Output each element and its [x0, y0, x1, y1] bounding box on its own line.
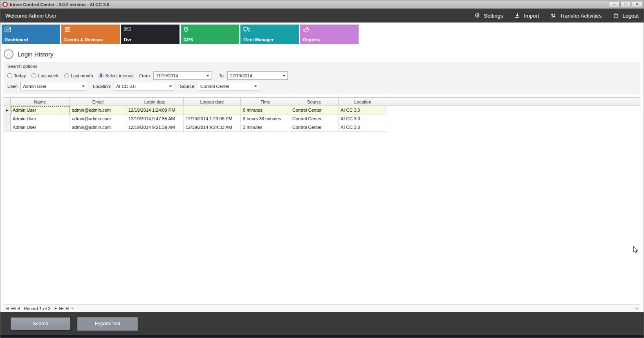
- chevron-down-icon[interactable]: [204, 72, 211, 79]
- table-row[interactable]: ▶ Admin User admin@admin.com 12/19/2014 …: [4, 106, 640, 115]
- import-button[interactable]: Import: [514, 12, 539, 19]
- cell-login-date[interactable]: 12/19/2014 9:47:55 AM: [126, 115, 184, 123]
- column-header-time[interactable]: Time: [241, 98, 290, 106]
- scroll-left-icon[interactable]: ◀: [71, 306, 73, 310]
- cell-email[interactable]: admin@admin.com: [70, 115, 126, 123]
- app-window: Idrive Control Center - 3.0.2 version - …: [0, 0, 644, 338]
- from-date-combo[interactable]: 11/19/2014: [153, 71, 211, 80]
- transfer-activities-label: Transfer Activities: [560, 13, 601, 19]
- export-print-button[interactable]: Export/Print: [77, 317, 138, 331]
- transfer-activities-button[interactable]: Transfer Activities: [550, 12, 601, 19]
- first-record-button[interactable]: |◀: [6, 306, 8, 310]
- radio-last-month-input[interactable]: [64, 73, 69, 78]
- radio-today-input[interactable]: [7, 73, 12, 78]
- column-header-login-date[interactable]: Login date: [126, 98, 184, 106]
- grid-header: Name Email Login date Logout date Time S…: [4, 98, 640, 106]
- column-header-email[interactable]: Email: [70, 98, 126, 106]
- tile-label: Dvr: [124, 37, 177, 42]
- chevron-down-icon[interactable]: [80, 82, 87, 90]
- cell-email[interactable]: admin@admin.com: [70, 123, 126, 132]
- radio-last-month[interactable]: Last month: [64, 73, 93, 78]
- cell-location[interactable]: AI CC 3.0: [339, 115, 387, 123]
- cell-name[interactable]: Admin User: [11, 115, 70, 123]
- cell-location[interactable]: AI CC 3.0: [339, 106, 387, 115]
- tile-label: Fleet Manager: [243, 37, 296, 42]
- source-value: Control Center: [200, 84, 230, 89]
- column-header-name[interactable]: Name: [11, 98, 70, 106]
- prev-page-button[interactable]: ◀◀: [11, 306, 15, 310]
- row-indicator: [4, 115, 11, 123]
- tile-label: Events & Reviews: [64, 37, 117, 42]
- user-combo[interactable]: Admin User: [20, 82, 87, 90]
- table-row[interactable]: Admin User admin@admin.com 12/19/2014 9:…: [4, 123, 640, 132]
- source-combo[interactable]: Control Center: [198, 82, 259, 90]
- column-header-filler: [387, 98, 640, 106]
- welcome-text: Welcome Admin User: [5, 13, 56, 19]
- cell-location[interactable]: AI CC 3.0: [339, 123, 387, 132]
- cell-time[interactable]: 3 hours 36 minutes: [241, 115, 290, 123]
- top-navbar: Welcome Admin User ⚙ Settings Import Tra…: [0, 9, 644, 23]
- radio-last-week-label: Last week: [38, 73, 58, 78]
- radio-select-interval[interactable]: Select interval: [99, 73, 133, 78]
- search-button[interactable]: Search: [10, 317, 71, 331]
- cell-login-date[interactable]: 12/19/2014 9:21:39 AM: [126, 123, 184, 132]
- next-page-button[interactable]: ▶▶: [59, 306, 63, 310]
- page-title: Login History: [18, 51, 54, 58]
- chevron-down-icon[interactable]: [167, 82, 174, 90]
- radio-last-month-label: Last month: [71, 73, 93, 78]
- tile-gps[interactable]: GPS: [181, 25, 239, 44]
- row-indicator: [4, 123, 11, 132]
- cell-source[interactable]: Control Center: [290, 115, 339, 123]
- minimize-button[interactable]: ─: [609, 2, 619, 7]
- page-header: ← Login History: [0, 46, 644, 62]
- cell-email[interactable]: admin@admin.com: [70, 106, 126, 115]
- cell-time[interactable]: 3 minutes: [241, 123, 290, 132]
- table-row[interactable]: Admin User admin@admin.com 12/19/2014 9:…: [4, 115, 640, 123]
- next-record-button[interactable]: ▶: [55, 306, 57, 310]
- tile-fleet-manager[interactable]: Fleet Manager: [240, 25, 299, 44]
- tile-dashboard[interactable]: Dashboard: [2, 25, 60, 44]
- tile-reports[interactable]: Reports: [300, 25, 359, 44]
- tile-dvr[interactable]: Dvr: [121, 25, 180, 44]
- cell-time[interactable]: 0 minutes: [241, 106, 290, 115]
- horizontal-scrollbar[interactable]: ◀ ▶: [71, 306, 638, 310]
- gears-icon: ⚙: [473, 12, 481, 19]
- radio-select-interval-label: Select interval: [105, 73, 133, 78]
- chevron-down-icon[interactable]: [252, 82, 259, 90]
- row-indicator-header: [4, 98, 11, 106]
- column-header-logout-date[interactable]: Logout date: [184, 98, 241, 106]
- cell-logout-date[interactable]: 12/19/2014 1:23:06 PM: [184, 115, 241, 123]
- back-button[interactable]: ←: [4, 49, 13, 59]
- cell-logout-date[interactable]: [184, 106, 241, 115]
- cell-source[interactable]: Control Center: [290, 106, 339, 115]
- search-options-panel: Search options Today Last week Last mont…: [4, 62, 640, 94]
- maximize-button[interactable]: □: [620, 2, 631, 7]
- close-button[interactable]: ✕: [632, 2, 642, 7]
- scroll-right-icon[interactable]: ▶: [636, 306, 638, 310]
- radio-last-week[interactable]: Last week: [31, 73, 58, 78]
- settings-button[interactable]: ⚙ Settings: [473, 12, 503, 19]
- radio-last-week-input[interactable]: [31, 73, 36, 78]
- location-combo[interactable]: AI CC 3.0: [114, 82, 174, 90]
- cell-logout-date[interactable]: 12/19/2014 9:24:33 AM: [184, 123, 241, 132]
- cell-name[interactable]: Admin User: [11, 123, 70, 132]
- radio-select-interval-input[interactable]: [99, 73, 103, 78]
- last-record-button[interactable]: ▶|: [66, 306, 68, 310]
- prev-record-button[interactable]: ◀: [18, 306, 20, 310]
- tile-events-reviews[interactable]: Events & Reviews: [61, 25, 120, 44]
- window-bottom-edge: [0, 335, 644, 338]
- location-value: AI CC 3.0: [116, 84, 136, 89]
- to-date-combo[interactable]: 12/19/2014: [227, 71, 288, 80]
- column-header-source[interactable]: Source: [290, 98, 339, 106]
- logout-button[interactable]: Logout: [612, 12, 639, 19]
- cell-source[interactable]: Control Center: [290, 123, 339, 132]
- record-status: Record 1 of 3: [24, 306, 51, 311]
- column-header-location[interactable]: Location: [339, 98, 387, 106]
- cell-login-date[interactable]: 12/19/2014 1:24:09 PM: [126, 106, 184, 115]
- logout-label: Logout: [622, 13, 639, 19]
- cell-name[interactable]: Admin User: [11, 106, 70, 115]
- tile-label: Dashboard: [4, 37, 57, 42]
- to-label: To:: [219, 73, 225, 78]
- radio-today[interactable]: Today: [7, 73, 26, 78]
- chevron-down-icon[interactable]: [281, 72, 287, 79]
